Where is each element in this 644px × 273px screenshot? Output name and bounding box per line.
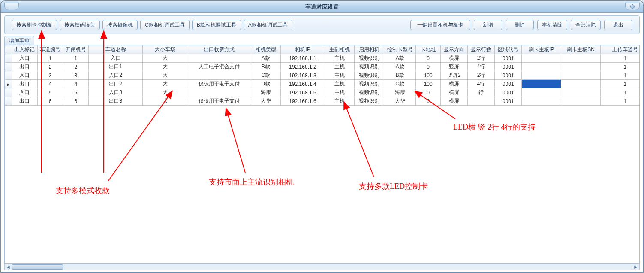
row-header[interactable] [5, 71, 12, 80]
cell-card_ip[interactable] [522, 63, 561, 71]
one-key-set-button[interactable]: 一键设置相机与板卡 [410, 20, 470, 30]
cell-card_ip[interactable] [522, 54, 561, 63]
delete-button[interactable]: 删除 [506, 20, 534, 30]
cell-exit_pay[interactable]: 人工电子混合支付 [187, 63, 251, 71]
column-header-cam_type[interactable]: 相机类型 [251, 46, 280, 54]
cell-exit_pay[interactable]: 仅仅用于电子支付 [187, 97, 251, 106]
cell-lane_no[interactable]: 5 [37, 88, 63, 97]
column-header-area_code[interactable]: 区域代号 [495, 46, 522, 54]
cell-enable_cam[interactable]: 视频识别 [355, 63, 384, 71]
cell-lane_name[interactable]: 出口1 [89, 63, 143, 71]
exit-button[interactable]: 退出 [604, 20, 632, 30]
table-row[interactable]: 出口66出口3大仅仅用于电子支付大华192.168.1.6主机视频识别大华0横屏… [5, 97, 640, 106]
column-header-ctrl_card[interactable]: 控制卡型号 [384, 46, 416, 54]
column-header-lane_name[interactable]: 车道名称 [89, 46, 143, 54]
cell-area_code[interactable]: 0001 [495, 80, 522, 88]
cell-lane_no[interactable]: 6 [37, 97, 63, 106]
c-camera-tool-button[interactable]: C款相机调试工具 [140, 20, 190, 30]
column-header-gate_no[interactable]: 开闸机号 [63, 46, 89, 54]
cell-cam_type[interactable]: 大华 [251, 97, 280, 106]
column-header-card_addr[interactable]: 卡地址 [416, 46, 440, 54]
cell-cam_ip[interactable]: 192.168.1.5 [280, 88, 325, 97]
column-header-main_sub[interactable]: 主副相机 [325, 46, 355, 54]
cell-cam_type[interactable]: A款 [251, 54, 280, 63]
cell-enable_cam[interactable]: 视频识别 [355, 88, 384, 97]
cell-cam_type[interactable]: 海康 [251, 88, 280, 97]
cell-disp_dir[interactable]: 竖屏2 [440, 71, 467, 80]
cell-disp_rows[interactable] [468, 97, 495, 106]
cell-cam_ip[interactable]: 192.168.1.2 [280, 63, 325, 71]
cell-in_out[interactable]: 入口 [12, 54, 38, 63]
titlebar-left-control[interactable] [4, 3, 19, 10]
column-header-card_sn[interactable]: 刷卡主板SN [561, 46, 601, 54]
cell-disp_rows[interactable]: 行 [468, 88, 495, 97]
cell-disp_rows[interactable]: 2行 [468, 54, 495, 63]
cell-area_code[interactable]: 0001 [495, 97, 522, 106]
column-header-cam_ip[interactable]: 相机IP [280, 46, 325, 54]
column-header-lane_no[interactable]: 车道编号 [37, 46, 63, 54]
a-camera-tool-button[interactable]: A款相机调试工具 [244, 20, 292, 30]
cell-disp_dir[interactable]: 横屏 [440, 80, 467, 88]
cell-card_sn[interactable] [561, 54, 601, 63]
all-clear-button[interactable]: 全部清除 [571, 20, 601, 30]
cell-upload_lane[interactable]: 1 [600, 97, 639, 106]
cell-disp_rows[interactable]: 4行 [468, 80, 495, 88]
cell-main_sub[interactable]: 主机 [325, 97, 355, 106]
search-card-ctrl-button[interactable]: 搜索刷卡控制板 [12, 20, 57, 30]
cell-ctrl_card[interactable]: A款 [384, 54, 416, 63]
cell-upload_lane[interactable]: 1 [600, 80, 639, 88]
cell-main_sub[interactable]: 主机 [325, 63, 355, 71]
column-header-enable_cam[interactable]: 启用相机 [355, 46, 384, 54]
cell-gate_no[interactable]: 2 [63, 63, 89, 71]
cell-card_addr[interactable]: 100 [416, 71, 440, 80]
cell-cam_ip[interactable]: 192.168.1.6 [280, 97, 325, 106]
search-camera-button[interactable]: 搜索摄像机 [102, 20, 138, 30]
cell-cam_type[interactable]: C款 [251, 71, 280, 80]
cell-card_sn[interactable] [561, 71, 601, 80]
grid-scroll[interactable]: 出入标记车道编号开闸机号车道名称大小车场出口收费方式相机类型相机IP主副相机启用… [5, 45, 639, 263]
cell-enable_cam[interactable]: 视频识别 [355, 97, 384, 106]
cell-park_size[interactable]: 大 [143, 80, 187, 88]
table-row[interactable]: 入口55入口3大海康192.168.1.5主机视频识别海康0横屏行00011无 [5, 88, 640, 97]
cell-disp_rows[interactable]: 4行 [468, 63, 495, 71]
column-header-park_size[interactable]: 大小车场 [143, 46, 187, 54]
cell-card_addr[interactable]: 100 [416, 80, 440, 88]
cell-disp_dir[interactable]: 横屏 [440, 54, 467, 63]
cell-lane_no[interactable]: 2 [37, 63, 63, 71]
cell-cam_ip[interactable]: 192.168.1.3 [280, 71, 325, 80]
search-scan-reader-button[interactable]: 搜索扫码读头 [60, 20, 100, 30]
cell-park_size[interactable]: 大 [143, 88, 187, 97]
cell-in_out[interactable]: 入口 [12, 71, 38, 80]
table-row[interactable]: 入口33入口2大C款192.168.1.3主机视频识别B款100竖屏22行000… [5, 71, 640, 80]
cell-cam_ip[interactable]: 192.168.1.1 [280, 54, 325, 63]
cell-lane_no[interactable]: 1 [37, 54, 63, 63]
cell-ctrl_card[interactable]: 海康 [384, 88, 416, 97]
cell-area_code[interactable]: 0001 [495, 88, 522, 97]
row-header[interactable] [5, 63, 12, 71]
cell-gate_no[interactable]: 3 [63, 71, 89, 80]
cell-main_sub[interactable]: 主机 [325, 71, 355, 80]
cell-cam_type[interactable]: D款 [251, 80, 280, 88]
cell-park_size[interactable]: 大 [143, 54, 187, 63]
cell-exit_pay[interactable] [187, 71, 251, 80]
column-header-disp_dir[interactable]: 显示方向 [440, 46, 467, 54]
titlebar-right-control[interactable] [625, 3, 640, 10]
row-header[interactable] [5, 80, 12, 88]
column-header-upload_lane[interactable]: 上传车道号 [600, 46, 639, 54]
cell-card_ip[interactable] [522, 97, 561, 106]
cell-disp_dir[interactable]: 横屏 [440, 97, 467, 106]
scroll-right-icon[interactable]: ► [632, 264, 639, 270]
cell-upload_lane[interactable]: 1 [600, 71, 639, 80]
cell-upload_lane[interactable]: 1 [600, 54, 639, 63]
cell-disp_dir[interactable]: 横屏 [440, 88, 467, 97]
column-header-in_out[interactable]: 出入标记 [12, 46, 38, 54]
add-button[interactable]: 新增 [474, 20, 502, 30]
cell-cam_ip[interactable]: 192.168.1.4 [280, 80, 325, 88]
cell-enable_cam[interactable]: 视频识别 [355, 80, 384, 88]
table-row[interactable]: 出口44出口2大仅仅用于电子支付D款192.168.1.4主机视频识别C款100… [5, 80, 640, 88]
cell-lane_name[interactable]: 出口3 [89, 97, 143, 106]
cell-lane_name[interactable]: 入口3 [89, 88, 143, 97]
cell-disp_rows[interactable]: 2行 [468, 71, 495, 80]
cell-in_out[interactable]: 出口 [12, 80, 38, 88]
cell-cam_type[interactable]: B款 [251, 63, 280, 71]
